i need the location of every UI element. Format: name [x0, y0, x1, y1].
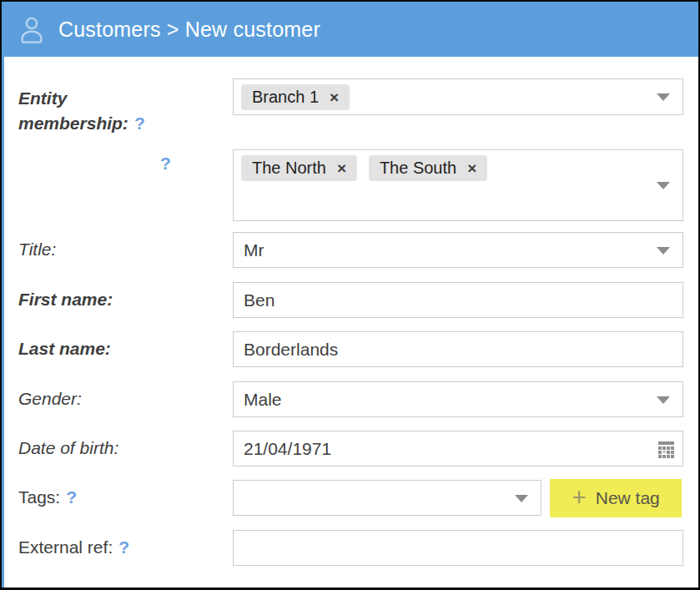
row-gender: Gender: Male	[18, 381, 683, 417]
chevron-down-icon[interactable]	[657, 247, 670, 255]
tag-label: The North	[252, 159, 326, 178]
calendar-icon[interactable]	[655, 438, 677, 460]
selected-tag: The South ×	[369, 155, 487, 181]
title-label: Title:	[18, 232, 233, 260]
new-tag-button[interactable]: + New tag	[550, 479, 682, 517]
breadcrumb: Customers > New customer	[58, 18, 320, 42]
remove-tag-icon[interactable]: ×	[330, 89, 339, 105]
entity-membership-2-label: ?	[18, 149, 233, 174]
row-first-name: First name:	[18, 282, 683, 318]
chevron-down-icon[interactable]	[515, 495, 528, 502]
tags-help-icon[interactable]: ?	[66, 487, 77, 507]
new-customer-window: Customers > New customer Entity membersh…	[0, 0, 700, 590]
header-bar: Customers > New customer	[2, 2, 698, 57]
title-selected-value: Mr	[244, 240, 264, 260]
title-select[interactable]: Mr	[233, 232, 683, 268]
chevron-down-icon[interactable]	[657, 396, 670, 404]
tag-label: Branch 1	[252, 88, 319, 107]
first-name-field[interactable]	[233, 282, 683, 318]
external-ref-label-text: External ref:	[18, 537, 113, 557]
date-of-birth-value: 21/04/1971	[244, 439, 331, 459]
row-entity-membership: Entity membership:? Branch 1 ×	[18, 78, 683, 115]
remove-tag-icon[interactable]: ×	[467, 160, 476, 176]
selected-tag: The North ×	[241, 155, 357, 181]
entity-membership-label: Entity membership:?	[18, 78, 233, 136]
last-name-label: Last name:	[18, 331, 233, 359]
entity-membership-multiselect[interactable]: Branch 1 ×	[233, 78, 683, 115]
entity-membership-label-text: Entity membership:	[18, 88, 128, 133]
tags-select[interactable]	[233, 480, 541, 516]
row-last-name: Last name:	[18, 331, 683, 367]
row-title: Title: Mr	[18, 232, 683, 268]
last-name-field[interactable]	[233, 331, 683, 367]
tag-label: The South	[380, 159, 456, 178]
row-entity-membership-2: ? The North × The South ×	[18, 149, 683, 221]
external-ref-field[interactable]	[233, 530, 683, 566]
gender-selected-value: Male	[244, 390, 282, 410]
external-ref-label: External ref:?	[18, 530, 233, 557]
gender-label: Gender:	[18, 381, 233, 409]
plus-icon: +	[572, 485, 587, 510]
chevron-down-icon[interactable]	[657, 93, 670, 101]
selected-tag: Branch 1 ×	[241, 84, 350, 110]
gender-select[interactable]: Male	[233, 381, 683, 417]
first-name-label: First name:	[18, 282, 233, 310]
customer-icon	[18, 14, 45, 46]
tags-label-text: Tags:	[18, 487, 60, 507]
external-ref-help-icon[interactable]: ?	[118, 537, 129, 557]
remove-tag-icon[interactable]: ×	[337, 160, 346, 176]
entity-membership-help-icon[interactable]: ?	[134, 113, 145, 133]
tags-label: Tags:?	[18, 480, 233, 507]
entity-membership-2-multiselect[interactable]: The North × The South ×	[233, 149, 683, 221]
form-area: Entity membership:? Branch 1 × ?	[2, 57, 698, 590]
row-tags: Tags:? + New tag	[18, 480, 683, 517]
row-external-ref: External ref:?	[18, 530, 683, 566]
entity-membership-2-help-icon[interactable]: ?	[160, 154, 171, 173]
new-tag-button-label: New tag	[596, 488, 660, 508]
chevron-down-icon[interactable]	[657, 182, 670, 189]
date-of-birth-field[interactable]: 21/04/1971	[233, 431, 683, 466]
row-date-of-birth: Date of birth: 21/04/1971	[18, 431, 683, 466]
date-of-birth-label: Date of birth:	[18, 431, 233, 458]
